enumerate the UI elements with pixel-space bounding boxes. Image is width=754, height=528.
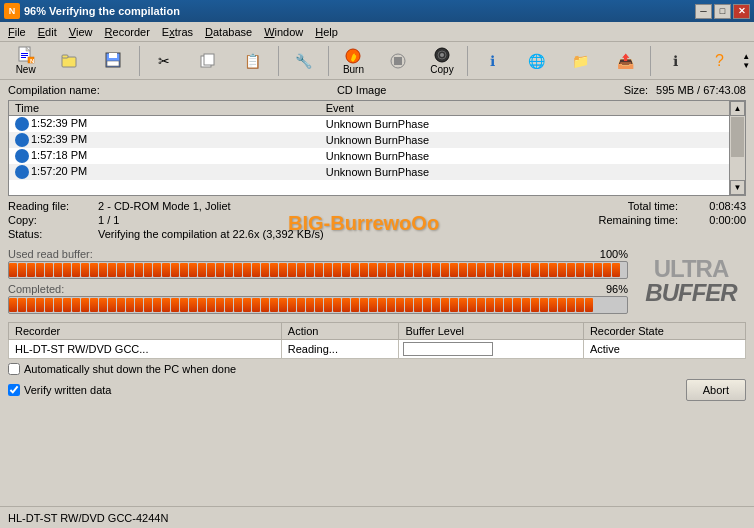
menu-view[interactable]: View bbox=[63, 22, 99, 41]
status-label: Status: bbox=[8, 228, 98, 240]
recorder-name: HL-DT-ST RW/DVD GCC... bbox=[9, 340, 282, 359]
progress-brick bbox=[261, 263, 269, 277]
toolbar-web[interactable]: 🌐 bbox=[515, 44, 558, 78]
col-recorder: Recorder bbox=[9, 323, 282, 340]
progress-brick bbox=[369, 298, 377, 312]
progress-brick bbox=[333, 263, 341, 277]
read-buffer-section: Used read buffer: 100% bbox=[8, 248, 628, 279]
progress-brick bbox=[441, 298, 449, 312]
event-description: Unknown BurnPhase bbox=[320, 164, 745, 180]
verify-row: Verify written data bbox=[8, 384, 111, 396]
progress-brick bbox=[495, 298, 503, 312]
toolbar-new[interactable]: N New bbox=[4, 44, 47, 78]
menu-recorder[interactable]: Recorder bbox=[99, 22, 156, 41]
abort-button[interactable]: Abort bbox=[686, 379, 746, 401]
svg-rect-2 bbox=[21, 53, 28, 54]
progress-brick bbox=[540, 298, 548, 312]
ultra-text: ultra bbox=[654, 257, 729, 281]
copy-value: 1 / 1 bbox=[98, 214, 599, 226]
toolbar-copy[interactable] bbox=[187, 44, 230, 78]
event-table-inner: Time Event 1:52:39 PMUnknown BurnPhase1:… bbox=[9, 101, 745, 180]
recorder-table: Recorder Action Buffer Level Recorder St… bbox=[8, 322, 746, 359]
toolbar-cut[interactable]: ✂ bbox=[143, 44, 186, 78]
progress-brick bbox=[297, 263, 305, 277]
recorder-row: HL-DT-ST RW/DVD GCC... Reading... Active bbox=[9, 340, 746, 359]
toolbar-info[interactable]: ℹ bbox=[471, 44, 514, 78]
menu-window[interactable]: Window bbox=[258, 22, 309, 41]
event-log-scrollbar[interactable]: ▲ ▼ bbox=[729, 101, 745, 195]
progress-brick bbox=[522, 263, 530, 277]
menu-help[interactable]: Help bbox=[309, 22, 344, 41]
progress-brick bbox=[117, 263, 125, 277]
progress-brick bbox=[414, 263, 422, 277]
progress-brick bbox=[198, 263, 206, 277]
scrollbar-thumb[interactable] bbox=[731, 117, 744, 157]
progress-brick bbox=[36, 263, 44, 277]
toolbar-stop[interactable] bbox=[376, 44, 419, 78]
progress-brick bbox=[279, 298, 287, 312]
progress-brick bbox=[441, 263, 449, 277]
auto-shutdown-row: Automatically shut down the PC when done bbox=[8, 363, 746, 375]
progress-brick bbox=[540, 263, 548, 277]
col-action: Action bbox=[281, 323, 399, 340]
progress-brick bbox=[144, 263, 152, 277]
toolbar-copy-btn[interactable]: Copy bbox=[420, 44, 463, 78]
maximize-button[interactable]: □ bbox=[714, 4, 731, 19]
progress-brick bbox=[45, 298, 53, 312]
progress-brick bbox=[135, 298, 143, 312]
toolbar-folder[interactable]: 📁 bbox=[559, 44, 602, 78]
progress-brick bbox=[396, 298, 404, 312]
menu-extras[interactable]: Extras bbox=[156, 22, 199, 41]
burn-icon bbox=[343, 46, 363, 64]
toolbar-open[interactable] bbox=[48, 44, 91, 78]
menu-edit[interactable]: Edit bbox=[32, 22, 63, 41]
toolbar-paste[interactable]: 📋 bbox=[231, 44, 274, 78]
minimize-button[interactable]: ─ bbox=[695, 4, 712, 19]
progress-brick bbox=[450, 298, 458, 312]
progress-brick bbox=[450, 263, 458, 277]
col-time: Time bbox=[9, 101, 320, 116]
verify-checkbox[interactable] bbox=[8, 384, 20, 396]
scrollbar-up-btn[interactable]: ▲ bbox=[730, 101, 745, 116]
remaining-label: Remaining time: bbox=[599, 214, 686, 226]
toolbar-burn[interactable]: Burn bbox=[332, 44, 375, 78]
auto-shutdown-label[interactable]: Automatically shut down the PC when done bbox=[24, 363, 236, 375]
toolbar-right: ▲▼ bbox=[742, 52, 750, 70]
progress-brick bbox=[315, 263, 323, 277]
event-log-row: 1:57:20 PMUnknown BurnPhase bbox=[9, 164, 745, 180]
progress-brick bbox=[225, 263, 233, 277]
auto-shutdown-checkbox[interactable] bbox=[8, 363, 20, 375]
recorder-action: Reading... bbox=[281, 340, 399, 359]
sep2 bbox=[278, 46, 279, 76]
close-button[interactable]: ✕ bbox=[733, 4, 750, 19]
menu-file[interactable]: File bbox=[2, 22, 32, 41]
progress-brick bbox=[207, 263, 215, 277]
copy-icon bbox=[199, 52, 219, 70]
toolbar-arrows[interactable]: ▲▼ bbox=[742, 52, 750, 70]
toolbar-eject[interactable]: 📤 bbox=[603, 44, 646, 78]
progress-brick bbox=[243, 298, 251, 312]
progress-brick bbox=[504, 263, 512, 277]
event-time: 1:52:39 PM bbox=[9, 132, 320, 148]
reading-file-label: Reading file: bbox=[8, 200, 98, 212]
progress-brick bbox=[612, 263, 620, 277]
progress-brick bbox=[324, 263, 332, 277]
scrollbar-down-btn[interactable]: ▼ bbox=[730, 180, 745, 195]
toolbar-save[interactable] bbox=[93, 44, 136, 78]
progress-brick bbox=[468, 263, 476, 277]
comp-size-label: Size: bbox=[624, 84, 648, 96]
progress-brick bbox=[72, 263, 80, 277]
verify-label[interactable]: Verify written data bbox=[24, 384, 111, 396]
progress-brick bbox=[423, 298, 431, 312]
progress-brick bbox=[216, 263, 224, 277]
toolbar-appinfo[interactable]: ℹ bbox=[654, 44, 697, 78]
progress-brick bbox=[108, 298, 116, 312]
progress-brick bbox=[315, 298, 323, 312]
progress-brick bbox=[513, 263, 521, 277]
menu-database[interactable]: Database bbox=[199, 22, 258, 41]
toolbar-help[interactable]: ? bbox=[698, 44, 741, 78]
progress-brick bbox=[405, 298, 413, 312]
toolbar-wizard[interactable]: 🔧 bbox=[282, 44, 325, 78]
progress-brick bbox=[549, 298, 557, 312]
copy-disc-icon bbox=[432, 46, 452, 64]
